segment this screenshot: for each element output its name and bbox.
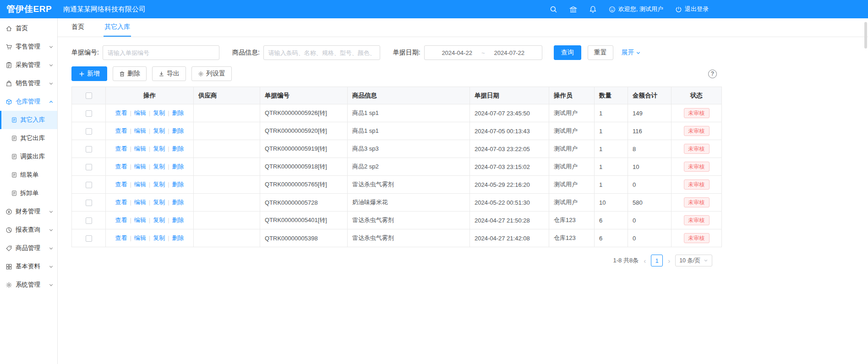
sidebar-subitem-transfer-outbound[interactable]: 调拨出库 [0,147,57,166]
row-action-view[interactable]: 查看 [115,127,127,134]
sidebar-item-home[interactable]: 首页 [0,19,57,38]
row-action-view[interactable]: 查看 [115,199,127,206]
row-checkbox[interactable] [86,217,92,224]
chevron-down-icon [49,264,54,269]
sidebar-subitem-disassembly-order[interactable]: 拆卸单 [0,184,57,202]
header-checkbox-cell [72,87,106,104]
column-header[interactable]: 单据日期 [470,87,549,104]
tab-home[interactable]: 首页 [71,18,85,37]
sidebar-item-label: 商品管理 [16,244,40,252]
row-action-view[interactable]: 查看 [115,217,127,223]
row-action-copy[interactable]: 复制 [153,181,165,188]
scrollbar[interactable] [864,22,867,49]
sidebar-item-sales[interactable]: 销售管理 [0,74,57,92]
row-checkbox[interactable] [86,182,92,188]
sidebar-item-products[interactable]: 商品管理 [0,239,57,257]
row-action-copy[interactable]: 复制 [153,199,165,206]
column-header[interactable]: 供应商 [194,87,260,104]
sidebar-subitem-other-inbound[interactable]: 其它入库 [0,111,57,129]
row-checkbox[interactable] [86,128,92,135]
search-button[interactable]: 查询 [554,45,581,60]
row-action-edit[interactable]: 编辑 [134,145,146,152]
add-button[interactable]: 新增 [71,66,107,81]
row-action-edit[interactable]: 编辑 [134,181,146,188]
help-icon[interactable]: ? [708,70,717,78]
sidebar-item-retail[interactable]: 零售管理 [0,38,57,56]
row-action-view[interactable]: 查看 [115,145,127,152]
cell-product-info: 奶油味爆米花 [348,194,470,212]
row-action-copy[interactable]: 复制 [153,234,165,241]
sidebar-subitem-assembly-order[interactable]: 组装单 [0,166,57,184]
table-toolbar: 新增 删除 导出 列设置 ? [67,66,717,81]
sidebar-subitem-other-outbound[interactable]: 其它出库 [0,129,57,147]
column-header[interactable]: 单据编号 [260,87,348,104]
sidebar-item-base-data[interactable]: 基本资料 [0,257,57,276]
search-icon[interactable] [550,5,557,13]
row-action-copy[interactable]: 复制 [153,163,165,170]
row-action-delete[interactable]: 删除 [172,234,184,241]
cell-operator: 测试用户 [549,176,595,194]
prev-page-button[interactable]: ‹ [643,257,647,265]
row-action-view[interactable]: 查看 [115,181,127,188]
row-action-copy[interactable]: 复制 [153,109,165,116]
reset-button[interactable]: 重置 [588,45,613,60]
row-checkbox[interactable] [86,146,92,152]
row-action-edit[interactable]: 编辑 [134,234,146,241]
column-settings-button[interactable]: 列设置 [191,66,232,81]
sidebar-item-reports[interactable]: 报表查询 [0,221,57,239]
row-action-copy[interactable]: 复制 [153,127,165,134]
row-checkbox-cell [72,194,106,212]
product-info-input[interactable] [263,45,380,60]
column-header[interactable]: 操作员 [549,87,595,104]
tab-other-inbound[interactable]: 其它入库 [104,18,131,37]
column-header[interactable]: 状态 [671,87,722,104]
next-page-button[interactable]: › [667,257,671,265]
action-separator: | [149,181,150,188]
row-action-delete[interactable]: 删除 [172,217,184,223]
delete-button[interactable]: 删除 [113,66,147,81]
row-action-view[interactable]: 查看 [115,234,127,241]
bank-icon[interactable] [569,5,577,13]
expand-filters-link[interactable]: 展开 [622,49,641,57]
row-action-edit[interactable]: 编辑 [134,127,146,134]
order-no-input[interactable] [103,45,219,60]
row-action-delete[interactable]: 删除 [172,199,184,206]
page-size-select[interactable]: 10 条/页 [675,255,712,266]
power-icon [675,6,682,13]
row-checkbox[interactable] [86,164,92,170]
column-header[interactable]: 金额合计 [628,87,671,104]
row-action-edit[interactable]: 编辑 [134,163,146,170]
bell-icon[interactable] [589,5,597,13]
column-header[interactable]: 操作 [106,87,194,104]
row-action-copy[interactable]: 复制 [153,145,165,152]
row-action-view[interactable]: 查看 [115,163,127,170]
current-page-button[interactable]: 1 [651,255,663,266]
row-action-edit[interactable]: 编辑 [134,109,146,116]
welcome-user[interactable]: 欢迎您, 测试用户 [609,5,663,13]
row-checkbox[interactable] [86,200,92,206]
row-action-edit[interactable]: 编辑 [134,217,146,223]
column-header[interactable]: 商品信息 [348,87,470,104]
row-checkbox[interactable] [86,235,92,242]
sidebar-item-finance[interactable]: 财务管理 [0,202,57,221]
row-action-view[interactable]: 查看 [115,109,127,116]
logout-button[interactable]: 退出登录 [675,5,709,13]
row-checkbox[interactable] [86,110,92,117]
chevron-down-icon [49,81,54,86]
row-action-delete[interactable]: 删除 [172,127,184,134]
status-badge: 未审核 [684,108,710,118]
row-action-delete[interactable]: 删除 [172,145,184,152]
sidebar-item-system[interactable]: 系统管理 [0,276,57,294]
export-button[interactable]: 导出 [152,66,186,81]
sidebar-item-warehouse[interactable]: 仓库管理 [0,92,57,111]
cell-supplier [194,104,260,122]
column-header[interactable]: 数量 [595,87,628,104]
row-action-delete[interactable]: 删除 [172,163,184,170]
row-action-delete[interactable]: 删除 [172,181,184,188]
row-action-delete[interactable]: 删除 [172,109,184,116]
sidebar-item-purchase[interactable]: 采购管理 [0,56,57,74]
row-action-edit[interactable]: 编辑 [134,199,146,206]
date-range-picker[interactable]: 2024-04-22 ~ 2024-07-22 [424,45,542,60]
select-all-checkbox[interactable] [86,92,92,99]
row-action-copy[interactable]: 复制 [153,217,165,223]
